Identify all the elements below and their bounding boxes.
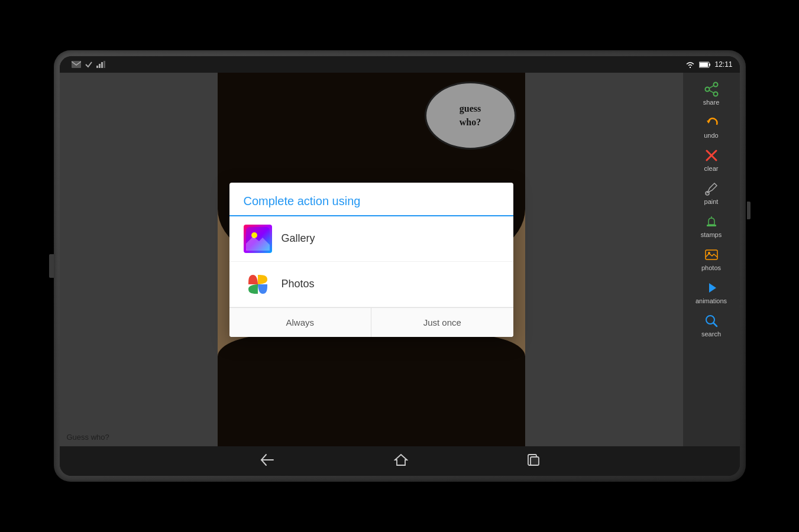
svg-rect-19: [707, 225, 716, 226]
sidebar-item-share[interactable]: share: [683, 77, 740, 109]
sidebar-share-label: share: [703, 99, 720, 106]
sidebar-animations-label: animations: [696, 297, 727, 304]
sidebar-item-undo[interactable]: undo: [683, 111, 740, 142]
sidebar-item-clear[interactable]: clear: [683, 144, 740, 176]
search-icon-svg: [704, 313, 719, 329]
volume-button: [747, 202, 751, 219]
nav-back-button[interactable]: [259, 453, 276, 469]
nav-home-button[interactable]: [394, 453, 408, 469]
undo-icon: [703, 114, 720, 131]
photos-sidebar-icon: [703, 246, 720, 263]
gallery-option[interactable]: Gallery: [229, 216, 513, 262]
right-sidebar: share undo: [683, 73, 740, 446]
recents-icon: [526, 453, 541, 466]
time-display: 12:11: [714, 60, 732, 69]
camera-button: [49, 254, 54, 278]
gallery-app-icon: [246, 227, 270, 251]
battery-icon: [699, 61, 711, 68]
nav-recents-button[interactable]: [526, 453, 541, 469]
tablet-device: 12:11 guesswh: [54, 50, 746, 482]
svg-marker-27: [395, 455, 407, 465]
sidebar-item-stamps[interactable]: stamps: [683, 210, 740, 242]
home-icon: [394, 453, 408, 467]
svg-rect-6: [709, 63, 710, 66]
status-icons-right: 12:11: [685, 60, 732, 69]
main-area: guesswho? Guess who? Complete action usi…: [60, 73, 740, 446]
svg-marker-15: [707, 121, 710, 124]
svg-rect-2: [99, 64, 101, 68]
gallery-icon: [244, 225, 272, 253]
animations-icon: [703, 280, 720, 296]
always-button[interactable]: Always: [229, 308, 372, 337]
svg-point-10: [713, 83, 717, 87]
svg-rect-0: [72, 61, 81, 68]
sidebar-item-animations[interactable]: animations: [683, 276, 740, 308]
paint-icon-svg: [704, 181, 719, 196]
sidebar-item-photos[interactable]: photos: [683, 243, 740, 275]
share-icon-svg: [704, 82, 719, 97]
editor-area: guesswho? Guess who? Complete action usi…: [60, 73, 683, 446]
sidebar-photos-label: photos: [701, 264, 721, 271]
svg-rect-4: [103, 61, 105, 68]
svg-line-13: [709, 86, 714, 88]
dialog-actions: Always Just once: [229, 307, 513, 337]
svg-rect-3: [101, 62, 103, 68]
sidebar-item-search[interactable]: search: [683, 309, 740, 341]
svg-point-11: [705, 87, 709, 92]
svg-line-25: [713, 323, 717, 327]
svg-line-14: [709, 90, 714, 93]
svg-rect-1: [96, 66, 98, 68]
gallery-label: Gallery: [282, 232, 315, 245]
stamps-icon-svg: [704, 214, 719, 229]
svg-marker-23: [709, 283, 716, 293]
search-icon: [703, 313, 720, 329]
signal-bars-icon: [96, 61, 106, 68]
dialog-title: Complete action using: [229, 183, 513, 216]
photos-sidebar-icon-svg: [704, 247, 719, 262]
sidebar-item-paint[interactable]: paint: [683, 177, 740, 209]
status-icons-left: [72, 61, 106, 68]
navigation-bar: [60, 446, 740, 476]
clear-icon-svg: [704, 148, 719, 163]
paint-icon: [703, 180, 720, 197]
back-icon: [259, 453, 276, 466]
photos-app-icon: [244, 270, 272, 299]
photos-option[interactable]: Photos: [229, 262, 513, 307]
sidebar-paint-label: paint: [704, 198, 719, 205]
complete-action-dialog: Complete action using: [229, 183, 513, 337]
just-once-button[interactable]: Just once: [371, 308, 513, 337]
modal-overlay: Complete action using: [60, 73, 683, 446]
animations-icon-svg: [704, 280, 719, 296]
svg-point-12: [713, 92, 717, 96]
svg-rect-7: [700, 63, 708, 67]
sidebar-stamps-label: stamps: [701, 231, 722, 238]
svg-rect-29: [530, 457, 539, 465]
status-bar: 12:11: [60, 56, 740, 73]
wifi-icon: [685, 61, 696, 69]
photos-icon: [244, 270, 272, 299]
photos-label: Photos: [282, 278, 315, 290]
sidebar-undo-label: undo: [704, 132, 718, 139]
gmail-icon: [72, 61, 81, 68]
undo-icon-svg: [704, 115, 719, 130]
clear-icon: [703, 147, 720, 164]
sidebar-clear-label: clear: [704, 165, 719, 172]
share-icon: [703, 81, 720, 98]
stamps-icon: [703, 213, 720, 230]
sidebar-search-label: search: [701, 330, 721, 338]
check-icon: [85, 61, 93, 68]
